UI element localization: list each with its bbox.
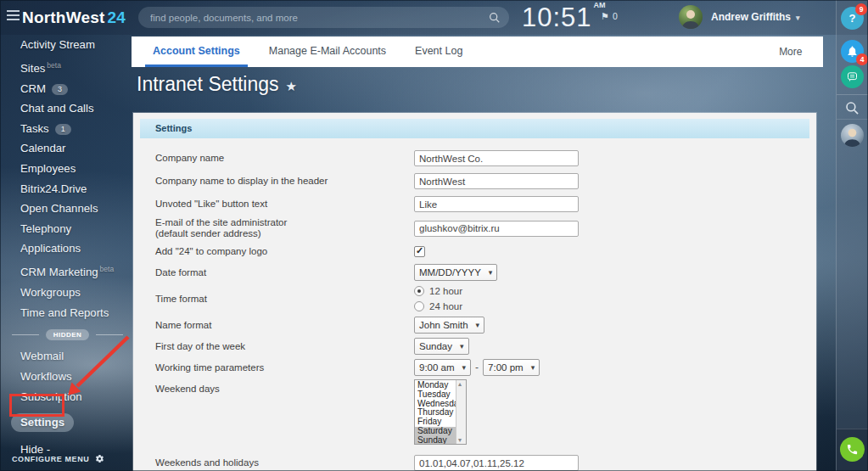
first-day-select[interactable]: Sunday	[414, 338, 469, 355]
sidebar-item-sites[interactable]: Sitesbeta	[20, 59, 132, 75]
admin-email-input[interactable]	[414, 221, 579, 237]
configure-menu-button[interactable]: CONFIGURE MENU	[12, 454, 104, 463]
tab-event-log[interactable]: Event Log	[407, 36, 470, 67]
help-badge: 9	[855, 3, 867, 15]
tab-account-settings[interactable]: Account Settings	[145, 36, 248, 67]
messenger-button[interactable]	[841, 65, 864, 88]
working-time-to-select[interactable]: 7:00 pm	[483, 359, 540, 376]
main-content: Account Settings Manage E-Mail Accounts …	[132, 0, 823, 471]
working-time-from-select[interactable]: 9:00 am	[414, 359, 471, 376]
page-title: Intranet Settings★	[137, 73, 297, 96]
logo-text: NorthWest	[22, 8, 105, 26]
beta-tag: beta	[100, 265, 115, 273]
form-row-holidays: Weekends and holidays	[155, 455, 816, 471]
radio-unselected-icon	[414, 301, 424, 311]
radio-24-hour[interactable]: 24 hour	[414, 301, 462, 311]
sidebar-item-workflows[interactable]: Workflows	[20, 371, 132, 383]
tabs-more-button[interactable]: More	[779, 36, 811, 67]
sidebar-item-time-and-reports[interactable]: Time and Reports	[20, 307, 132, 319]
right-rail: ? 9 4	[836, 0, 868, 471]
form-row-date-format: Date format MM/DD/YYYY	[155, 264, 816, 281]
sidebar-item-tasks[interactable]: Tasks1	[20, 123, 132, 135]
settings-active-pill[interactable]: Settings	[11, 413, 74, 432]
sidebar-item-employees[interactable]: Employees	[20, 163, 132, 175]
listbox-option-tuesday[interactable]: Tuesday	[415, 390, 456, 400]
radio-selected-icon	[414, 286, 424, 296]
beta-tag: beta	[47, 61, 61, 70]
form-row-first-day: First day of the week Sunday	[155, 338, 816, 355]
like-button-text-input[interactable]	[414, 196, 579, 212]
company-name-input[interactable]	[414, 150, 579, 166]
sidebar-item-activity-stream[interactable]: Activity Stream	[20, 39, 132, 51]
logo-suffix: 24	[108, 8, 126, 26]
sidebar-hidden-nav: Webmail Workflows Subscription Settings …	[20, 350, 132, 456]
sidebar-item-subscription[interactable]: Subscription	[20, 391, 132, 403]
listbox-scrollbar[interactable]	[456, 380, 466, 444]
settings-panel-header: Settings	[140, 119, 809, 138]
form-row-company-name: Company name	[155, 150, 816, 166]
sidebar-nav: Activity Stream Sitesbeta CRM3 Chat and …	[20, 39, 132, 319]
sidebar-item-calendar[interactable]: Calendar	[20, 143, 132, 154]
range-separator: -	[475, 362, 479, 373]
form-row-header-name: Company name to display in the header	[155, 173, 816, 189]
gear-icon	[95, 454, 104, 463]
time-format-radio-group: 12 hour 24 hour	[414, 286, 462, 311]
hidden-label: HIDDEN	[46, 329, 90, 340]
date-format-select[interactable]: MM/DD/YYYY	[414, 264, 497, 281]
form-row-logo-24: Add "24" to company logo	[155, 246, 816, 257]
form-row-like-text: Unvoted "Like" button text	[155, 196, 816, 212]
tasks-count-badge: 1	[55, 124, 71, 135]
settings-form: Company name Company name to display in …	[133, 138, 816, 471]
tab-manage-email-accounts[interactable]: Manage E-Mail Accounts	[261, 36, 394, 67]
rail-divider	[837, 119, 868, 120]
admin-email-sublabel: (default sender address)	[155, 228, 397, 239]
weekend-days-listbox[interactable]: Monday Tuesday Wednesday Thursday Friday…	[414, 379, 467, 445]
logo-24-checkbox[interactable]	[414, 246, 425, 257]
sidebar-item-applications[interactable]: Applications	[20, 243, 132, 255]
form-row-weekend-days: Weekend days Monday Tuesday Wednesday Th…	[155, 379, 816, 445]
phone-call-button[interactable]	[840, 437, 865, 462]
form-row-name-format: Name format John Smith	[155, 317, 816, 334]
form-row-working-time: Working time parameters 9:00 am - 7:00 p…	[155, 359, 816, 376]
rail-profile-avatar[interactable]	[841, 124, 864, 147]
hidden-section-divider: HIDDEN	[12, 329, 123, 340]
favorite-star-icon[interactable]: ★	[286, 79, 297, 93]
hamburger-menu-icon[interactable]	[7, 10, 20, 23]
notifications-button[interactable]: 4	[841, 40, 864, 63]
tab-bar: Account Settings Manage E-Mail Accounts …	[132, 36, 823, 67]
name-format-select[interactable]: John Smith	[414, 317, 484, 334]
help-button[interactable]: ? 9	[841, 7, 864, 30]
crm-count-badge: 3	[52, 84, 68, 95]
radio-12-hour[interactable]: 12 hour	[414, 286, 462, 296]
search-icon	[845, 101, 860, 115]
notifications-badge: 4	[856, 53, 868, 65]
sidebar-item-open-channels[interactable]: Open Channels	[20, 203, 132, 215]
sidebar-item-crm[interactable]: CRM3	[20, 83, 132, 95]
holidays-input[interactable]	[414, 455, 579, 471]
header-company-name-input[interactable]	[414, 173, 579, 189]
sidebar: NorthWest24 Activity Stream Sitesbeta CR…	[0, 0, 132, 471]
person-photo-icon	[841, 124, 864, 147]
listbox-option-sunday[interactable]: Sunday	[415, 436, 456, 445]
form-row-admin-email: E-mail of the site administrator(default…	[155, 217, 816, 239]
phone-icon	[846, 443, 859, 456]
sidebar-item-telephony[interactable]: Telephony	[20, 223, 132, 235]
rail-divider	[837, 94, 868, 95]
rail-search-button[interactable]	[845, 101, 860, 119]
sidebar-item-chat-and-calls[interactable]: Chat and Calls	[20, 103, 132, 115]
settings-panel: Settings Company name Company name to di…	[133, 113, 816, 471]
sidebar-item-webmail[interactable]: Webmail	[20, 350, 132, 362]
form-row-time-format: Time format 12 hour 24 hour	[155, 286, 816, 311]
sidebar-item-settings[interactable]: Settings	[20, 412, 132, 435]
sidebar-item-crm-marketing[interactable]: CRM Marketingbeta	[20, 263, 132, 278]
sidebar-item-bitrix24-drive[interactable]: Bitrix24.Drive	[20, 183, 132, 195]
app-logo[interactable]: NorthWest24	[22, 8, 132, 27]
rail-bottom-section	[837, 429, 868, 471]
sidebar-item-workgroups[interactable]: Workgroups	[20, 287, 132, 299]
messenger-icon	[846, 70, 859, 83]
